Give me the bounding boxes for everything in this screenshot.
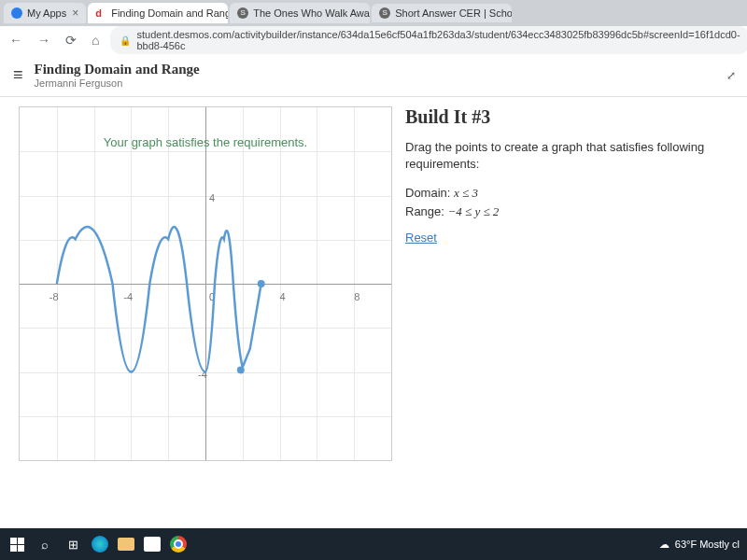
reset-link[interactable]: Reset [405, 231, 437, 245]
desmos-icon: d [95, 7, 106, 19]
domain-requirement: Domain: x ≤ 3 [405, 186, 734, 201]
tab-my-apps[interactable]: My Apps × [4, 3, 86, 23]
explorer-icon[interactable] [118, 538, 134, 551]
task-view-icon[interactable]: ⊞ [63, 535, 82, 553]
tab-label: Finding Domain and Range [111, 7, 228, 19]
start-button[interactable] [7, 535, 26, 553]
menu-icon[interactable]: ≡ [13, 65, 23, 85]
tab-label: Short Answer CER | Schoolo [395, 7, 512, 19]
instruction-text: Drag the points to create a graph that s… [405, 139, 734, 173]
weather-text: 63°F Mostly cl [675, 539, 740, 550]
store-icon[interactable] [144, 537, 161, 552]
chrome-icon[interactable] [170, 536, 187, 553]
url-input[interactable]: 🔒 student.desmos.com/activitybuilder/ins… [110, 26, 747, 54]
tick-neg4: -4 [123, 291, 133, 302]
s-icon: S [379, 7, 390, 19]
tab-ones-walk[interactable]: S The Ones Who Walk Away Fr × [230, 3, 370, 23]
s-icon: S [237, 7, 248, 19]
tick-y-neg4: -4 [198, 369, 207, 380]
range-requirement: Range: −4 ≤ y ≤ 2 [405, 204, 734, 219]
student-name: Jermanni Ferguson [35, 77, 200, 89]
url-text: student.desmos.com/activitybuilder/insta… [136, 29, 740, 51]
windows-taskbar: ⌕ ⊞ ☁ 63°F Mostly cl [0, 528, 747, 560]
tick-y-pos4: 4 [209, 192, 215, 203]
forward-button[interactable]: → [34, 31, 54, 49]
edge-icon[interactable] [92, 536, 108, 553]
y-axis [205, 107, 206, 460]
cloud-icon [11, 7, 22, 19]
content-area: Your graph satisfies the requirements. -… [0, 97, 747, 536]
activity-title: Finding Domain and Range [35, 62, 200, 77]
graph-panel: Your graph satisfies the requirements. -… [19, 106, 392, 536]
address-bar: ← → ⟳ ⌂ 🔒 student.desmos.com/activitybui… [0, 26, 747, 54]
system-tray[interactable]: ☁ 63°F Mostly cl [659, 539, 740, 551]
weather-icon: ☁ [659, 539, 669, 551]
tick-pos8: 8 [354, 291, 359, 302]
tab-label: My Apps [27, 7, 66, 19]
fullscreen-icon[interactable]: ⤢ [726, 69, 734, 82]
back-button[interactable]: ← [6, 31, 26, 49]
section-title: Build It #3 [405, 106, 734, 128]
reload-button[interactable]: ⟳ [62, 31, 80, 49]
tick-zero: 0 [209, 291, 215, 302]
search-icon[interactable]: ⌕ [35, 535, 54, 553]
home-button[interactable]: ⌂ [88, 31, 103, 49]
tab-desmos[interactable]: d Finding Domain and Range × [88, 3, 228, 23]
close-icon[interactable]: × [72, 7, 78, 20]
tab-label: The Ones Who Walk Away Fr [253, 7, 370, 19]
validation-message: Your graph satisfies the requirements. [20, 135, 391, 149]
graph-area[interactable]: Your graph satisfies the requirements. -… [19, 106, 392, 461]
tick-neg8: -8 [49, 291, 59, 302]
app-header: ≡ Finding Domain and Range Jermanni Ferg… [0, 54, 747, 97]
tab-short-answer[interactable]: S Short Answer CER | Schoolo [372, 4, 512, 22]
lock-icon: 🔒 [120, 35, 131, 46]
browser-chrome: My Apps × d Finding Domain and Range × S… [0, 0, 747, 54]
instructions-panel: Build It #3 Drag the points to create a … [392, 106, 747, 536]
tick-pos4: 4 [280, 291, 286, 302]
tab-bar: My Apps × d Finding Domain and Range × S… [0, 0, 747, 26]
